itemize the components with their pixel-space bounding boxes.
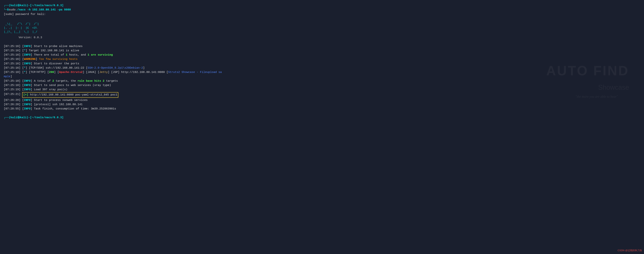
version-line: Version: 0.0.3	[19, 36, 640, 40]
log-line-nonweb: [07:26:28] [INFO] Start to process nonwe…	[4, 98, 640, 102]
ascii-art-block: _\|_ /‾\ /‾| /‾| |. .| |- | |C <3\ |_|\_…	[4, 22, 640, 34]
blank-line-2	[4, 40, 640, 44]
log-line-send-pocs: [07:25:18] [INFO] Start to send pocs to …	[4, 83, 640, 88]
prompt-symbol: └─$	[4, 8, 9, 12]
log-line-http-discovery-cont: mple]	[4, 74, 640, 79]
log-line-warning-few-hosts: [07:25:16] [WARNING] Too few surviving h…	[4, 57, 640, 61]
log-line-http-discovery: [07:25:18] [*] [TCP/HTTP] [200] [Apache-…	[4, 70, 640, 74]
blank-line-1	[4, 17, 640, 21]
sudo-prompt-line: [sudo] password for kali:	[4, 12, 640, 17]
next-prompt-line: ┌──(kali㉿kali)-[~/tools/nacs/0.0.3]	[4, 115, 640, 120]
log-line-poc-found: [07:25:21] [+] http://192.168.80.141:808…	[4, 92, 640, 98]
prompt-line-1: ┌──(kali㉿kali)-[~/tools/nacs/0.0.3]	[4, 3, 640, 8]
log-line-ssh-discovery: [07:25:16] [*] [TCP/SSH] ssh://192.168.8…	[4, 66, 640, 70]
prompt-dir: -[~/tools/nacs/0.0.3]	[28, 3, 64, 8]
terminal-container: AUTO FIND Showcase "the more you are abl…	[4, 3, 640, 120]
command-line: └─$ sudo ./nacs -h 192.168.80.141 -pa 80…	[4, 8, 640, 12]
blank-line-3	[4, 111, 640, 115]
log-line-probe-alive: [07:25:16] [INFO] Start to probe alive m…	[4, 44, 640, 49]
highlight-box: [+] http://192.168.80.141:8080 poc-yaml-…	[22, 92, 118, 98]
next-prompt-start: ┌──(kali㉿kali)	[4, 115, 28, 120]
ascii-line-2: |. .| |- | |C <3\	[4, 26, 640, 30]
ascii-line-3: |_|\_ |__| \_| |_/	[4, 30, 640, 34]
prompt-user: ┌──(kali㉿kali)	[4, 3, 28, 8]
log-line-total-targets: [07:25:18] [INFO] A total of 2 targets, …	[4, 79, 640, 83]
ascii-line-1: _\|_ /‾\ /‾| /‾|	[4, 22, 640, 26]
version-text: Version: 0.0.3	[19, 36, 42, 40]
log-line-discover-ports: [07:25:16] [INFO] Start to discover the …	[4, 62, 640, 66]
log-line-hosts-surviving: [07:25:16] [INFO] There are total of 1 h…	[4, 53, 640, 57]
next-prompt-dir: -[~/tools/nacs/0.0.3]	[28, 115, 64, 120]
log-line-task-finish: [07:28:55] [INFO] Task finish, consumpti…	[4, 107, 640, 111]
csdn-attribution: CSDN @过期的秋刀鱼	[618, 249, 642, 252]
log-line-ssh-protocol: [07:26:28] [INFO] [protocol] ssh 192.168…	[4, 102, 640, 107]
log-line-load-xray: [07:25:19] [INFO] Load 397 xray poc(s)	[4, 88, 640, 92]
command-text: ./nacs -h 192.168.80.141 -pa 8080	[16, 8, 71, 12]
sudo-prompt-text: [sudo] password for kali:	[4, 12, 46, 17]
log-line-target-alive: [07:25:16] [*] Target 192.168.80.141 is …	[4, 49, 640, 53]
command-sudo: sudo	[9, 8, 16, 12]
